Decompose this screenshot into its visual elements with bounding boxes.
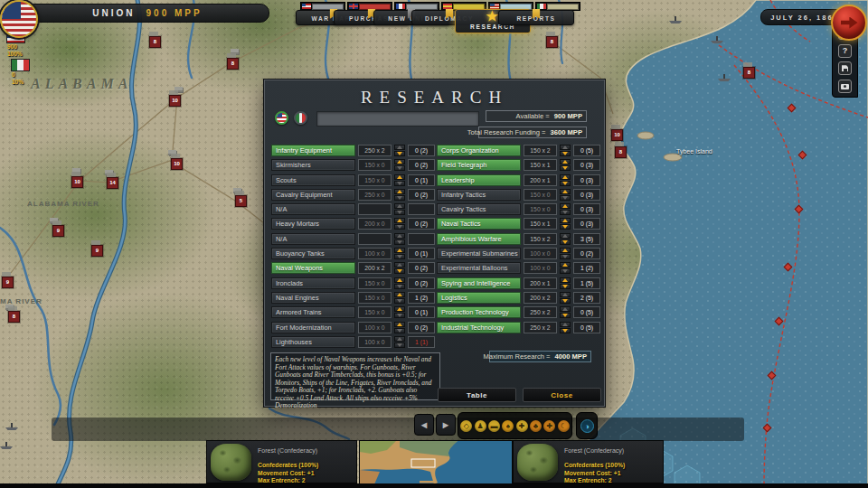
spinner-down-button[interactable] [560,239,571,245]
spinner-down-button[interactable] [560,254,571,259]
save-button[interactable] [838,61,852,75]
spinner-down-button[interactable] [560,328,571,333]
map-toggle-icon[interactable]: ✚ [543,420,555,432]
spinner-up-button[interactable] [394,145,405,150]
spinner-down-button[interactable] [394,210,405,215]
map-unit[interactable]: 8 [546,36,558,48]
research-name[interactable]: Naval Tactics [437,218,521,230]
spinner-up-button[interactable] [394,203,405,209]
map-unit[interactable]: 10 [611,129,623,141]
map-unit[interactable]: 9 [2,277,14,288]
next-unit-button[interactable]: ► [436,414,456,436]
ship-unit[interactable] [669,16,682,23]
research-name[interactable]: Cavalry Tactics [437,203,521,215]
map-unit[interactable]: 9 [52,225,64,237]
spinner-up-button[interactable] [394,292,405,297]
mexico-flag-button[interactable] [294,111,307,125]
spinner-down-button[interactable] [394,343,405,348]
map-unit[interactable]: 10 [171,158,183,170]
research-name[interactable]: Production Technology [437,306,521,318]
ship-unit[interactable] [5,423,18,430]
spinner-up-button[interactable] [560,203,571,209]
research-name[interactable]: Armored Trains [271,306,355,318]
spinner-up-button[interactable] [394,306,405,312]
research-name[interactable]: Ironclads [271,277,355,289]
spinner-down-button[interactable] [394,328,405,333]
research-name[interactable]: Infantry Tactics [437,189,521,201]
spinner-up-button[interactable] [560,292,571,297]
research-name[interactable]: Industrial Technology [437,322,521,333]
ship-unit[interactable] [718,74,731,81]
research-name[interactable]: Experimental Balloons [437,262,521,274]
spinner-up-button[interactable] [560,322,571,327]
research-name[interactable]: Scouts [271,174,355,186]
spinner-down-button[interactable] [394,254,405,259]
map-unit[interactable]: 8 [743,67,755,79]
map-unit[interactable]: 8 [8,311,20,323]
map-unit[interactable]: 8 [615,146,627,158]
map-unit[interactable]: 8 [149,36,161,48]
spinner-up-button[interactable] [394,322,405,327]
spinner-up-button[interactable] [560,248,571,253]
research-name[interactable]: Heavy Mortars [271,218,355,230]
spinner-down-button[interactable] [560,298,571,304]
map-unit[interactable]: 9 [91,245,103,257]
research-name[interactable]: Cavalry Equipment [271,189,355,201]
screenshot-button[interactable] [838,80,852,93]
research-name[interactable]: Corps Organization [437,145,521,156]
spinner-up-button[interactable] [560,306,571,312]
union-flag-emblem[interactable] [0,0,38,38]
minimap[interactable] [359,440,513,485]
info-toggle-button[interactable]: ◑ [576,412,598,439]
spinner-down-button[interactable] [394,224,405,230]
spinner-up-button[interactable] [394,159,405,164]
ship-unit[interactable] [0,442,13,449]
research-name[interactable]: Lighthouses [271,336,355,348]
spinner-up-button[interactable] [394,174,405,180]
map-toggle-icon[interactable]: ◇ [460,420,472,432]
research-name[interactable]: N/A [271,233,355,245]
spinner-down-button[interactable] [394,313,405,318]
spinner-up-button[interactable] [560,262,571,267]
menu-button[interactable]: Reports [498,10,574,25]
map-toggle-icon[interactable]: ▬ [488,420,500,432]
spinner-down-button[interactable] [560,224,571,230]
spinner-up-button[interactable] [394,233,405,239]
map-toggle-icon[interactable]: ♠ [502,420,514,432]
prev-unit-button[interactable]: ◄ [414,414,434,436]
research-name[interactable]: Field Telegraph [437,159,521,171]
spinner-down-button[interactable] [394,268,405,274]
spinner-up-button[interactable] [560,189,571,194]
spinner-down-button[interactable] [394,298,405,304]
spinner-down-button[interactable] [560,268,571,274]
research-name[interactable]: N/A [271,203,355,215]
map-unit[interactable]: 10 [169,95,181,107]
research-name[interactable]: Logistics [437,292,521,304]
spinner-up-button[interactable] [560,145,571,150]
spinner-up-button[interactable] [394,248,405,253]
map-unit[interactable]: 5 [235,195,247,207]
research-name[interactable]: Skirmishers [271,159,355,171]
spinner-down-button[interactable] [394,239,405,245]
spinner-up-button[interactable] [394,189,405,194]
close-button[interactable]: Close [523,388,601,402]
spinner-down-button[interactable] [560,195,571,201]
ship-unit[interactable] [711,36,723,43]
spinner-down-button[interactable] [394,151,405,156]
map-toggle-icon[interactable]: ☾ [558,420,570,432]
spinner-up-button[interactable] [394,262,405,267]
spinner-up-button[interactable] [560,159,571,164]
research-name[interactable]: Amphibious Warfare [437,233,521,245]
map-unit[interactable]: 10 [71,176,83,188]
research-name[interactable]: Buoyancy Tanks [271,248,355,259]
spinner-up-button[interactable] [560,233,571,239]
research-name[interactable]: Fort Modernization [271,322,355,333]
spinner-up-button[interactable] [394,218,405,223]
end-turn-button[interactable] [831,5,867,41]
spinner-down-button[interactable] [560,181,571,186]
country-select-bar[interactable] [316,111,479,127]
spinner-up-button[interactable] [394,277,405,283]
spinner-down-button[interactable] [560,313,571,318]
spinner-up-button[interactable] [394,336,405,342]
table-button[interactable]: Table [438,388,516,402]
